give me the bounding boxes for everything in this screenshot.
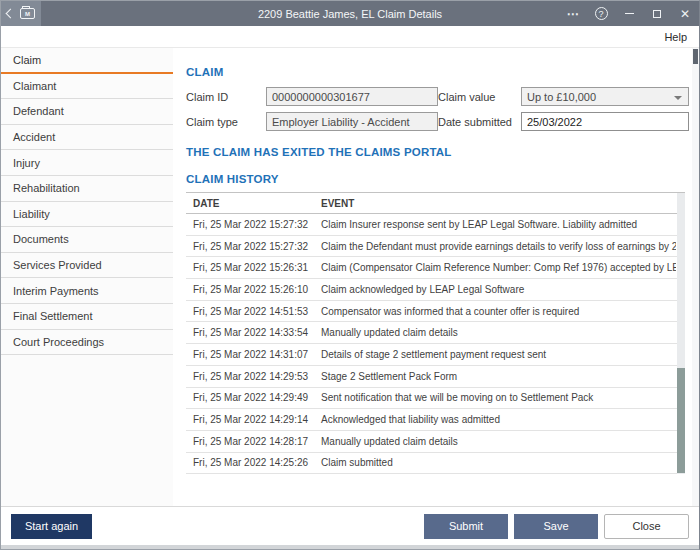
minimize-icon[interactable] — [615, 1, 643, 26]
claims-portal-notice: THE CLAIM HAS EXITED THE CLAIMS PORTAL — [186, 146, 685, 158]
main-scrollbar[interactable] — [692, 48, 699, 506]
chevron-down-icon — [674, 96, 682, 100]
main-panel: CLAIM Claim ID Claim value Up to £10,000… — [173, 48, 699, 506]
close-icon[interactable]: ✕ — [671, 1, 699, 26]
history-event-cell: Details of stage 2 settlement payment re… — [316, 349, 676, 360]
titlebar: M 2209 Beattie James, EL Claim Details ⋯… — [1, 1, 699, 26]
table-scrollbar[interactable] — [677, 193, 685, 474]
window-bottom-edge — [1, 545, 699, 549]
history-date-cell: Fri, 25 Mar 2022 14:31:07 — [186, 349, 316, 360]
date-column-header: DATE — [186, 198, 316, 209]
history-event-cell: Claim Insurer response sent by LEAP Lega… — [316, 219, 676, 230]
table-row[interactable]: Fri, 25 Mar 2022 14:33:54Manually update… — [186, 322, 685, 344]
history-date-cell: Fri, 25 Mar 2022 15:26:31 — [186, 262, 316, 273]
sidebar-item-documents[interactable]: Documents — [1, 227, 173, 253]
history-event-cell: Acknowledged that liability was admitted — [316, 414, 676, 425]
history-date-cell: Fri, 25 Mar 2022 14:28:17 — [186, 436, 316, 447]
history-event-cell: Manually updated claim details — [316, 327, 676, 338]
history-event-cell: Claim the Defendant must provide earning… — [316, 241, 676, 252]
event-column-header: EVENT — [316, 198, 676, 209]
date-submitted-field[interactable] — [521, 112, 689, 131]
matter-folder-icon[interactable]: M — [20, 8, 35, 19]
back-icon[interactable] — [6, 9, 16, 19]
claim-type-field — [266, 112, 438, 131]
menubar: Help — [1, 26, 699, 48]
maximize-icon[interactable] — [643, 1, 671, 26]
history-date-cell: Fri, 25 Mar 2022 15:27:32 — [186, 219, 316, 230]
history-date-cell: Fri, 25 Mar 2022 15:27:32 — [186, 241, 316, 252]
date-submitted-label: Date submitted — [438, 116, 521, 128]
claim-id-label: Claim ID — [186, 91, 266, 103]
more-options-icon[interactable]: ⋯ — [559, 1, 587, 26]
table-row[interactable]: Fri, 25 Mar 2022 15:27:32Claim Insurer r… — [186, 214, 685, 236]
table-row[interactable]: Fri, 25 Mar 2022 14:51:53Compensator was… — [186, 301, 685, 323]
titlebar-controls: ⋯ ? ✕ — [559, 1, 699, 26]
claim-value-dropdown: Up to £10,000 — [521, 87, 689, 106]
sidebar-item-interim-payments[interactable]: Interim Payments — [1, 278, 173, 304]
claim-history-table: DATE EVENT Fri, 25 Mar 2022 15:27:32Clai… — [186, 192, 685, 474]
table-row[interactable]: Fri, 25 Mar 2022 15:26:10Claim acknowled… — [186, 279, 685, 301]
sidebar: Claim Claimant Defendant Accident Injury… — [1, 48, 173, 506]
sidebar-item-injury[interactable]: Injury — [1, 150, 173, 176]
submit-button[interactable]: Submit — [424, 514, 508, 539]
history-date-cell: Fri, 25 Mar 2022 15:26:10 — [186, 284, 316, 295]
sidebar-item-final-settlement[interactable]: Final Settlement — [1, 304, 173, 330]
claim-section-heading: CLAIM — [186, 66, 685, 78]
table-header-row: DATE EVENT — [186, 193, 685, 214]
table-row[interactable]: Fri, 25 Mar 2022 14:31:07Details of stag… — [186, 344, 685, 366]
claim-details-window: M 2209 Beattie James, EL Claim Details ⋯… — [0, 0, 700, 550]
save-button[interactable]: Save — [514, 514, 598, 539]
history-event-cell: Stage 2 Settlement Pack Form — [316, 371, 676, 382]
help-icon[interactable]: ? — [587, 1, 615, 26]
sidebar-item-claimant[interactable]: Claimant — [1, 74, 173, 100]
table-scrollbar-thumb[interactable] — [677, 368, 685, 473]
table-row[interactable]: Fri, 25 Mar 2022 15:26:31Claim (Compensa… — [186, 257, 685, 279]
table-row[interactable]: Fri, 25 Mar 2022 14:28:17Manually update… — [186, 431, 685, 453]
start-again-button[interactable]: Start again — [11, 514, 92, 539]
sidebar-item-accident[interactable]: Accident — [1, 125, 173, 151]
history-event-cell: Manually updated claim details — [316, 436, 676, 447]
history-event-cell: Compensator was informed that a counter … — [316, 306, 676, 317]
history-date-cell: Fri, 25 Mar 2022 14:29:53 — [186, 371, 316, 382]
history-event-cell: Sent notification that we will be moving… — [316, 392, 676, 403]
sidebar-item-court-proceedings[interactable]: Court Proceedings — [1, 330, 173, 356]
sidebar-item-services-provided[interactable]: Services Provided — [1, 253, 173, 279]
history-date-cell: Fri, 25 Mar 2022 14:33:54 — [186, 327, 316, 338]
help-circle-glyph: ? — [595, 7, 608, 20]
table-row[interactable]: Fri, 25 Mar 2022 14:29:53Stage 2 Settlem… — [186, 366, 685, 388]
minimize-glyph — [625, 13, 634, 14]
footer-bar: Start again Submit Save Close — [1, 506, 699, 545]
titlebar-nav-section: M — [1, 1, 41, 26]
sidebar-item-claim[interactable]: Claim — [1, 48, 173, 74]
claim-type-label: Claim type — [186, 116, 266, 128]
table-row[interactable]: Fri, 25 Mar 2022 14:29:14Acknowledged th… — [186, 409, 685, 431]
table-row[interactable]: Fri, 25 Mar 2022 14:25:26Claim submitted — [186, 453, 685, 475]
history-date-cell: Fri, 25 Mar 2022 14:25:26 — [186, 457, 316, 468]
history-event-cell: Claim acknowledged by LEAP Legal Softwar… — [316, 284, 676, 295]
maximize-glyph — [653, 10, 661, 18]
history-event-cell: Claim (Compensator Claim Reference Numbe… — [316, 262, 676, 273]
claim-value-selected: Up to £10,000 — [527, 91, 596, 103]
history-event-cell: Claim submitted — [316, 457, 676, 468]
claim-history-heading: CLAIM HISTORY — [186, 173, 685, 185]
table-row[interactable]: Fri, 25 Mar 2022 14:29:49Sent notificati… — [186, 388, 685, 410]
table-row[interactable]: Fri, 25 Mar 2022 15:27:32Claim the Defen… — [186, 236, 685, 258]
history-date-cell: Fri, 25 Mar 2022 14:29:14 — [186, 414, 316, 425]
claim-form: Claim ID Claim value Up to £10,000 Claim… — [186, 87, 685, 131]
sidebar-item-defendant[interactable]: Defendant — [1, 99, 173, 125]
history-date-cell: Fri, 25 Mar 2022 14:29:49 — [186, 392, 316, 403]
claim-id-field — [266, 87, 438, 106]
help-menu-item[interactable]: Help — [664, 31, 687, 43]
sidebar-item-rehabilitation[interactable]: Rehabilitation — [1, 176, 173, 202]
sidebar-item-liability[interactable]: Liability — [1, 202, 173, 228]
claim-value-label: Claim value — [438, 91, 521, 103]
content-area: Claim Claimant Defendant Accident Injury… — [1, 48, 699, 506]
main-scrollbar-thumb[interactable] — [693, 49, 698, 64]
history-date-cell: Fri, 25 Mar 2022 14:51:53 — [186, 306, 316, 317]
close-button[interactable]: Close — [604, 514, 689, 539]
